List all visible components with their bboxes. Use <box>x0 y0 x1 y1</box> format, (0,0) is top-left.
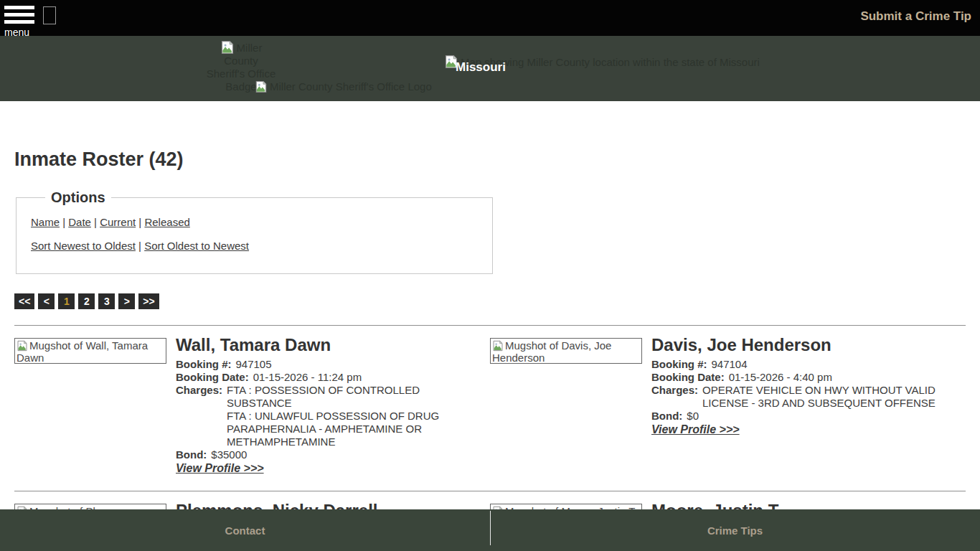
inmate-name: Davis, Joe Henderson <box>651 335 966 355</box>
detail-label: Bond: <box>651 410 682 423</box>
footer: Contact Crime Tips <box>0 509 980 551</box>
footer-crime-tips-link[interactable]: Crime Tips <box>707 524 763 537</box>
filter-link-released[interactable]: Released <box>144 216 189 228</box>
site-header: Miller County Sheriff's Office Badge Mil… <box>0 36 980 101</box>
detail-label: Booking Date: <box>651 371 725 384</box>
row-separator <box>14 491 966 491</box>
detail-value: 947105 <box>236 358 272 371</box>
sort-links: Sort Newest to Oldest | Sort Oldest to N… <box>31 237 478 255</box>
detail-value: 947104 <box>712 358 748 371</box>
filter-link-date[interactable]: Date <box>68 216 91 228</box>
mugshot-alt-text: Mugshot of Davis, Joe Henderson <box>492 339 611 364</box>
broken-image-icon <box>255 80 268 93</box>
row-separator <box>14 325 966 326</box>
view-profile-link[interactable]: View Profile >>> <box>651 423 740 436</box>
detail-row: Charges:OPERATE VEHICLE ON HWY WITHOUT V… <box>651 384 966 410</box>
mugshot-image: Mugshot of Wall, Tamara Dawn <box>14 338 166 364</box>
footer-contact-link[interactable]: Contact <box>225 524 265 537</box>
page-title: Inmate Roster (42) <box>14 149 966 171</box>
broken-image-icon <box>43 6 56 24</box>
inmate-roster-list: Mugshot of Wall, Tamara Dawn Wall, Tamar… <box>14 338 966 529</box>
detail-value: 01-15-2026 - 4:40 pm <box>729 371 832 384</box>
detail-row: Booking Date:01-15-2026 - 11:24 pm <box>176 371 490 384</box>
sort-link-sort-oldest-to-newest[interactable]: Sort Oldest to Newest <box>144 240 249 252</box>
sheriff-logo-image: Miller County Sheriff's Office Logo <box>255 80 432 93</box>
inmate-info: Davis, Joe Henderson Booking #:947104Boo… <box>651 338 966 436</box>
broken-image-icon <box>17 340 28 352</box>
detail-label: Booking #: <box>176 358 232 371</box>
detail-label: Charges: <box>176 384 222 448</box>
charge-item: FTA : UNLAWFUL POSSESSION OF DRUG PARAPH… <box>227 410 476 448</box>
page-button[interactable]: 3 <box>98 293 115 309</box>
detail-value: $0 <box>687 410 699 423</box>
inmate-name: Wall, Tamara Dawn <box>176 335 490 355</box>
broken-image-icon <box>492 340 504 352</box>
inmate-details: Booking #:947104Booking Date:01-15-2026 … <box>651 358 966 423</box>
hamburger-icon <box>4 6 34 24</box>
page-button[interactable]: < <box>38 293 55 309</box>
sort-link-sort-newest-to-oldest[interactable]: Sort Newest to Oldest <box>31 240 136 252</box>
options-legend: Options <box>45 189 111 206</box>
top-bar: menu Submit a Crime Tip <box>0 0 980 36</box>
detail-row: Booking #:947104 <box>651 358 966 371</box>
detail-row: Charges:FTA : POSSESSION OF CONTROLLED S… <box>176 384 490 448</box>
charge-item: OPERATE VEHICLE ON HWY WITHOUT VALID LIC… <box>702 384 952 410</box>
inmate-card: Mugshot of Wall, Tamara Dawn Wall, Tamar… <box>14 338 490 475</box>
page-button[interactable]: 2 <box>78 293 95 309</box>
mugshot-alt-text: Mugshot of Wall, Tamara Dawn <box>17 339 148 364</box>
detail-row: Bond:$35000 <box>176 448 490 461</box>
detail-value: FTA : POSSESSION OF CONTROLLED SUBSTANCE… <box>227 384 476 448</box>
detail-label: Booking Date: <box>176 371 249 384</box>
page-button[interactable]: > <box>118 293 135 309</box>
inmate-row: Mugshot of Wall, Tamara Dawn Wall, Tamar… <box>14 338 966 475</box>
footer-left: Contact <box>0 509 490 551</box>
page-button[interactable]: << <box>14 293 34 309</box>
inmate-details: Booking #:947105Booking Date:01-15-2026 … <box>176 358 490 461</box>
detail-label: Booking #: <box>651 358 707 371</box>
inmate-card: Mugshot of Davis, Joe Henderson Davis, J… <box>490 338 966 475</box>
filter-link-current[interactable]: Current <box>100 216 136 228</box>
menu-button[interactable]: menu <box>4 6 34 37</box>
filter-link-name[interactable]: Name <box>31 216 60 228</box>
detail-row: Booking Date:01-15-2026 - 4:40 pm <box>651 371 966 384</box>
filter-links: Name | Date | Current | Released <box>31 214 478 231</box>
footer-right: Crime Tips <box>490 509 980 551</box>
page-button[interactable]: >> <box>138 293 159 309</box>
detail-value: $35000 <box>211 448 247 461</box>
inmate-info: Wall, Tamara Dawn Booking #:947105Bookin… <box>176 338 490 475</box>
view-profile-link[interactable]: View Profile >>> <box>176 462 264 475</box>
detail-label: Charges: <box>651 384 698 410</box>
pagination: <<<123>>> <box>14 293 966 309</box>
charge-item: FTA : POSSESSION OF CONTROLLED SUBSTANCE <box>227 384 476 410</box>
logo-alt-text: Miller County Sheriff's Office Logo <box>270 80 432 93</box>
options-panel: Options Name | Date | Current | Released… <box>16 189 493 274</box>
main-content: Inmate Roster (42) Options Name | Date |… <box>0 149 980 529</box>
detail-value: 01-15-2026 - 11:24 pm <box>253 371 362 384</box>
detail-label: Bond: <box>176 448 207 461</box>
mugshot-image: Mugshot of Davis, Joe Henderson <box>490 338 642 364</box>
missouri-link[interactable]: Missouri <box>456 60 506 75</box>
broken-image-icon <box>220 40 235 55</box>
detail-row: Bond:$0 <box>651 410 966 423</box>
page-button-active[interactable]: 1 <box>58 293 75 309</box>
detail-value: OPERATE VEHICLE ON HWY WITHOUT VALID LIC… <box>702 384 952 410</box>
detail-row: Booking #:947105 <box>176 358 490 371</box>
submit-crime-tip-link[interactable]: Submit a Crime Tip <box>860 9 971 24</box>
